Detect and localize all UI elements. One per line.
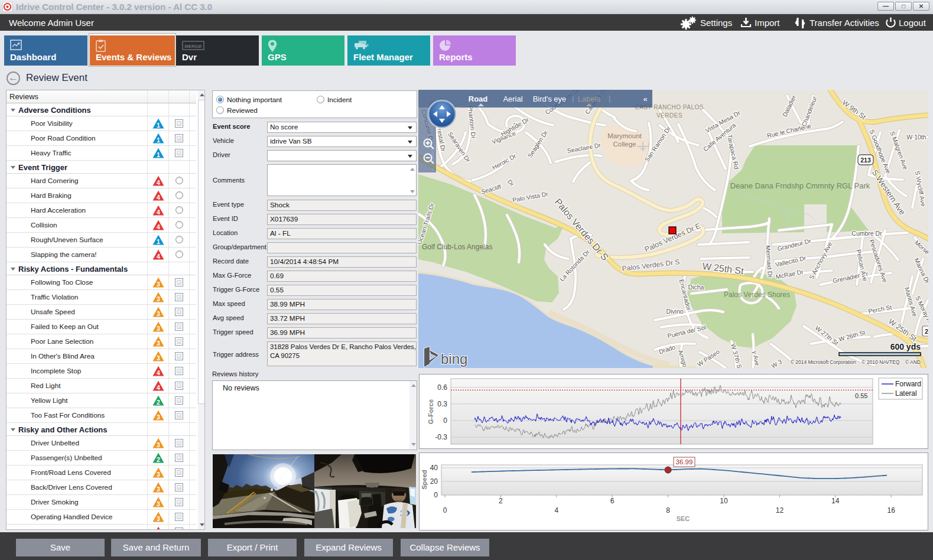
svg-text:|: | bbox=[609, 94, 610, 103]
svg-text:bing: bing bbox=[441, 351, 467, 367]
svg-text:G-Force: G-Force bbox=[427, 399, 434, 424]
svg-text:4: 4 bbox=[157, 253, 160, 260]
svg-text:0.3: 0.3 bbox=[437, 400, 447, 408]
svg-text:4: 4 bbox=[157, 209, 160, 216]
svg-text:Divino: Divino bbox=[666, 308, 683, 315]
svg-text:0.55: 0.55 bbox=[855, 392, 867, 399]
svg-text:Speed: Speed bbox=[421, 470, 428, 489]
svg-text:3: 3 bbox=[157, 471, 160, 478]
svg-text:4: 4 bbox=[157, 369, 160, 376]
svg-text:3: 3 bbox=[157, 310, 160, 317]
svg-text:Cumbre Dr: Cumbre Dr bbox=[851, 230, 882, 237]
svg-text:Marymount: Marymount bbox=[607, 132, 642, 139]
svg-text:Golf Club-Los Angelas: Golf Club-Los Angelas bbox=[422, 243, 492, 251]
svg-text:3: 3 bbox=[157, 354, 160, 362]
svg-text:4: 4 bbox=[157, 384, 160, 391]
svg-text:4: 4 bbox=[157, 194, 160, 201]
svg-text:2: 2 bbox=[157, 456, 160, 463]
svg-text:Dicha: Dicha bbox=[688, 284, 704, 291]
svg-text:Aerial: Aerial bbox=[503, 95, 522, 103]
svg-text:40: 40 bbox=[430, 464, 438, 472]
svg-text:16: 16 bbox=[888, 506, 896, 515]
svg-text:«: « bbox=[643, 95, 647, 103]
svg-text:0: 0 bbox=[443, 416, 447, 425]
svg-text:0.6: 0.6 bbox=[437, 383, 447, 392]
svg-text:2: 2 bbox=[499, 497, 503, 505]
svg-text:Road: Road bbox=[469, 95, 488, 103]
svg-text:1: 1 bbox=[157, 238, 160, 245]
svg-text:VERDES: VERDES bbox=[656, 112, 682, 119]
svg-text:3: 3 bbox=[157, 295, 160, 302]
svg-text:213: 213 bbox=[860, 157, 871, 164]
svg-text:3: 3 bbox=[157, 486, 160, 493]
svg-text:Labels: Labels bbox=[578, 95, 601, 103]
svg-text:12: 12 bbox=[776, 506, 784, 515]
svg-text:4: 4 bbox=[157, 223, 160, 230]
svg-text:© 2014 Microsoft Corporation: © 2014 Microsoft Corporation © 2010 NAVT… bbox=[791, 359, 921, 365]
svg-text:3: 3 bbox=[157, 281, 160, 288]
svg-text:4: 4 bbox=[157, 179, 160, 186]
svg-text:1: 1 bbox=[157, 136, 160, 144]
svg-text:10: 10 bbox=[720, 497, 728, 505]
svg-text:Palos Verdes Shores: Palos Verdes Shores bbox=[724, 291, 790, 299]
svg-text:8: 8 bbox=[666, 506, 670, 515]
svg-text:College: College bbox=[613, 141, 636, 148]
svg-text:1: 1 bbox=[157, 122, 160, 129]
svg-text:3: 3 bbox=[157, 414, 160, 421]
svg-text:MERGE: MERGE bbox=[184, 44, 202, 49]
svg-text:600 yds: 600 yds bbox=[890, 342, 921, 351]
svg-text:6: 6 bbox=[610, 497, 615, 505]
svg-text:3: 3 bbox=[157, 325, 160, 332]
svg-text:4: 4 bbox=[157, 530, 160, 530]
svg-text:SEC: SEC bbox=[677, 515, 690, 522]
svg-text:0: 0 bbox=[443, 506, 447, 515]
svg-text:W 10th: W 10th bbox=[906, 134, 926, 141]
svg-text:2: 2 bbox=[925, 328, 928, 335]
svg-text:0: 0 bbox=[434, 491, 438, 499]
svg-text:1: 1 bbox=[157, 151, 160, 158]
svg-text:36.99: 36.99 bbox=[676, 458, 693, 465]
svg-text:Lateral: Lateral bbox=[895, 389, 917, 398]
svg-text:14: 14 bbox=[831, 497, 840, 505]
svg-text:2: 2 bbox=[157, 399, 160, 406]
svg-text:3: 3 bbox=[157, 500, 160, 507]
svg-text:4: 4 bbox=[554, 506, 558, 515]
svg-text:3: 3 bbox=[157, 515, 160, 522]
svg-text:|: | bbox=[572, 94, 574, 103]
svg-text:Bird's eye: Bird's eye bbox=[533, 95, 567, 103]
svg-text:20: 20 bbox=[430, 477, 438, 486]
svg-text:Forward: Forward bbox=[895, 380, 921, 388]
svg-text:Deane Dana Frndshp Cmmnty RGL: Deane Dana Frndshp Cmmnty RGL Park bbox=[730, 181, 870, 190]
svg-text:3: 3 bbox=[157, 441, 160, 448]
svg-text:3: 3 bbox=[157, 340, 160, 347]
svg-text:-0.3: -0.3 bbox=[435, 433, 447, 441]
